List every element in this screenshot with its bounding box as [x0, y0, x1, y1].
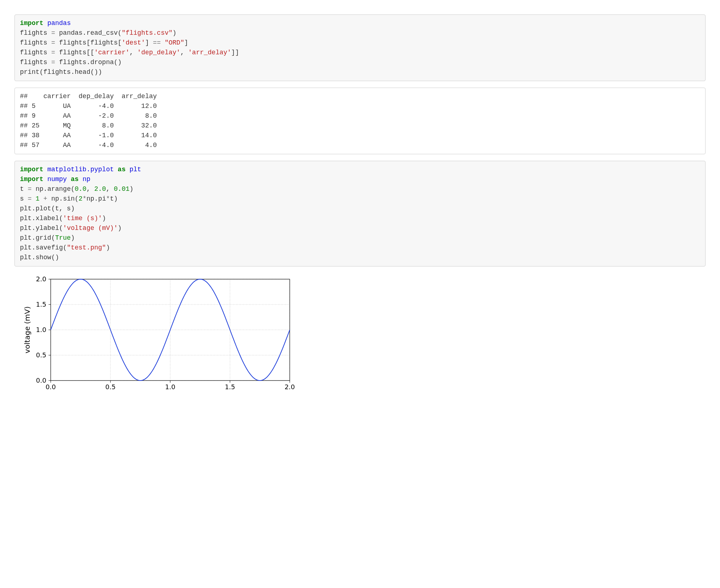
svg-text:2.0: 2.0 [36, 275, 46, 283]
svg-text:0.5: 0.5 [105, 383, 116, 391]
svg-text:2.0: 2.0 [285, 383, 295, 391]
code-cell-1: import pandas flights = pandas.read_csv(… [14, 14, 706, 81]
svg-text:0.0: 0.0 [36, 377, 46, 384]
svg-text:1.0: 1.0 [165, 383, 176, 391]
svg-text:voltage (mV): voltage (mV) [23, 306, 32, 353]
code-cell-2: import matplotlib.pyplot as plt import n… [14, 161, 706, 266]
svg-text:1.5: 1.5 [225, 383, 235, 391]
svg-text:1.5: 1.5 [36, 301, 46, 308]
line-chart: 0.00.51.01.52.00.00.51.01.52.0voltage (m… [22, 274, 297, 397]
chart-output: 0.00.51.01.52.00.00.51.01.52.0voltage (m… [22, 274, 706, 398]
output-cell-1: ## carrier dep_delay arr_delay ## 5 UA -… [14, 88, 706, 154]
svg-text:0.5: 0.5 [36, 351, 46, 359]
svg-text:0.0: 0.0 [46, 383, 56, 391]
svg-text:1.0: 1.0 [36, 326, 46, 333]
